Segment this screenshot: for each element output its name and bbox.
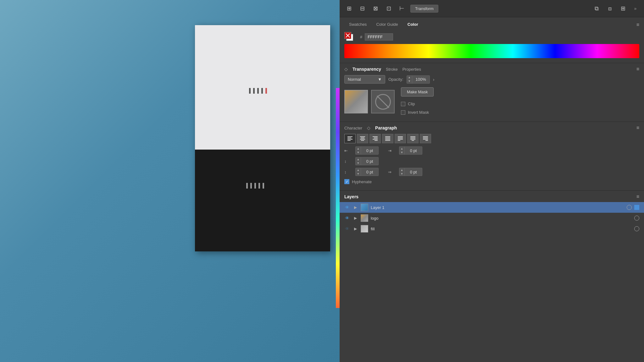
svg-rect-9: [361, 140, 364, 141]
layer-item-layer1[interactable]: 👁 ▶ Layer 1: [340, 202, 644, 213]
paragraph-diamond-icon[interactable]: ◇: [367, 125, 370, 130]
right-panel: ⊞ ⊟ ⊠ ⊡ ⊢ Transform ⧉ ⧈ ⊞ » Swatches Col…: [340, 0, 644, 362]
opacity-spinner-arrows: ▲ ▼: [407, 76, 412, 83]
space-before-icon: ↕: [344, 159, 352, 164]
space-before-down[interactable]: ▼: [356, 161, 361, 165]
space-before-up[interactable]: ▲: [356, 157, 361, 161]
fill-circle-btn[interactable]: [634, 226, 639, 231]
properties-label[interactable]: Properties: [402, 67, 421, 72]
hex-hash: #: [360, 35, 362, 39]
svg-rect-21: [398, 140, 400, 141]
paragraph-label[interactable]: Paragraph: [375, 125, 397, 130]
layer-item-fill[interactable]: 👁 ▶ fill: [340, 223, 644, 234]
layer-item-logo[interactable]: 👁 ▶ logo: [340, 213, 644, 223]
align-top-icon[interactable]: ⊞: [344, 4, 354, 13]
character-label[interactable]: Character: [344, 126, 362, 130]
transparency-diamond-icon[interactable]: ◇: [344, 67, 348, 72]
text-panel-menu[interactable]: ≡: [636, 125, 639, 131]
hex-input[interactable]: FFFFFF: [365, 33, 393, 41]
mask-thumbnail[interactable]: [344, 90, 368, 113]
layer1-circle-btn[interactable]: [627, 205, 632, 210]
logo-visibility-icon[interactable]: 👁: [344, 215, 350, 221]
align-bottom-icon[interactable]: ⊠: [371, 4, 380, 13]
color-gradient-bar[interactable]: [344, 44, 639, 58]
color-panel-menu[interactable]: ≡: [636, 22, 639, 28]
opacity-down-arrow[interactable]: ▼: [407, 80, 412, 83]
fill-visibility-icon[interactable]: 👁: [344, 226, 350, 232]
no-entry-icon: [345, 33, 350, 38]
space-after-up[interactable]: ▲: [356, 168, 361, 172]
justify-center-btn[interactable]: [407, 134, 419, 143]
opacity-label: Opacity:: [388, 77, 403, 82]
photo-area: [0, 0, 340, 362]
transparency-title-row: ◇ Transparency Stroke Properties: [344, 67, 421, 72]
layers-panel-menu[interactable]: ≡: [636, 194, 639, 200]
transparency-header: ◇ Transparency Stroke Properties ≡: [344, 66, 639, 72]
mask-empty-slot[interactable]: [371, 90, 395, 113]
align-icon2[interactable]: ⧉: [592, 4, 601, 13]
justify-all-btn[interactable]: [382, 134, 393, 143]
panel-content[interactable]: Swatches Color Guide Color ≡: [340, 17, 644, 362]
transform-button[interactable]: Transform: [410, 5, 438, 13]
indent-left-down[interactable]: ▼: [356, 151, 361, 154]
align-right-icon[interactable]: ⊢: [397, 4, 407, 13]
align-icon3[interactable]: ⧈: [605, 4, 614, 13]
layer1-color-btn[interactable]: [634, 205, 639, 210]
opacity-expand-arrow[interactable]: ›: [433, 77, 435, 82]
justify-right-btn[interactable]: [420, 134, 431, 143]
invert-mask-checkbox[interactable]: [401, 110, 405, 115]
align-icon4[interactable]: ⊞: [618, 4, 628, 13]
layer1-visibility-icon[interactable]: 👁: [344, 205, 350, 210]
layer1-thumbnail: [361, 204, 368, 211]
space-indent2-down[interactable]: ▼: [399, 172, 404, 176]
invert-mask-label: Invert Mask: [408, 110, 429, 115]
indent-left-up[interactable]: ▲: [356, 147, 361, 151]
blend-mode-dropdown[interactable]: Normal ▼: [344, 75, 385, 84]
tab-color-guide[interactable]: Color Guide: [371, 20, 402, 29]
space-indent2-icon: ⇒: [388, 170, 396, 174]
color-swatch-group[interactable]: [344, 32, 358, 41]
distribute-icon[interactable]: ⊡: [384, 4, 393, 13]
dot-lower2: [250, 183, 252, 189]
transparency-title: Transparency: [353, 67, 381, 72]
dot-lower4: [258, 183, 260, 189]
align-center-icon[interactable]: ⊟: [358, 4, 367, 13]
make-mask-button[interactable]: Make Mask: [401, 87, 434, 96]
space-before-value: 0 pt: [361, 158, 378, 165]
tab-color[interactable]: Color: [403, 20, 423, 29]
logo-circle-btn[interactable]: [634, 216, 639, 221]
gradient-stripe: [336, 88, 340, 308]
clip-checkbox[interactable]: [401, 102, 405, 106]
space-after-arrows: ▲ ▼: [356, 168, 361, 176]
layer1-expand-arrow[interactable]: ▶: [353, 205, 358, 210]
color-inputs-row: # FFFFFF: [344, 32, 639, 41]
fill-expand-arrow[interactable]: ▶: [353, 226, 358, 232]
text-section: Character ◇ Paragraph ≡: [340, 122, 644, 191]
logo-layer-name: logo: [371, 216, 632, 221]
justify-left-icon: [398, 136, 403, 141]
justify-left-btn[interactable]: [395, 134, 406, 143]
opacity-value[interactable]: 100%: [412, 76, 430, 83]
svg-rect-17: [385, 140, 390, 141]
tab-swatches[interactable]: Swatches: [344, 20, 371, 29]
align-right-text-btn[interactable]: [369, 134, 381, 143]
stroke-label[interactable]: Stroke: [386, 67, 398, 72]
opacity-up-arrow[interactable]: ▲: [407, 76, 412, 80]
svg-rect-15: [385, 138, 390, 138]
logo-expand-arrow[interactable]: ▶: [353, 215, 358, 221]
hyphenate-checkbox[interactable]: ✓: [344, 179, 349, 184]
transparency-panel-menu[interactable]: ≡: [636, 66, 639, 72]
svg-rect-26: [423, 136, 428, 137]
spacing-row-1: ⇤ ▲ ▼ 0 pt ⇥ ▲ ▼ 0 pt: [344, 146, 639, 155]
space-after-spinner: ▲ ▼ 0 pt: [355, 168, 379, 176]
panel-expand-btn[interactable]: »: [631, 5, 639, 13]
space-indent2-up[interactable]: ▲: [399, 168, 404, 172]
space-before-spinner: ▲ ▼ 0 pt: [355, 157, 379, 165]
indent-right-up[interactable]: ▲: [399, 147, 404, 151]
align-center-text-btn[interactable]: [357, 134, 368, 143]
blend-mode-value: Normal: [348, 77, 361, 82]
indent-right-down[interactable]: ▼: [399, 151, 404, 154]
space-after-down[interactable]: ▼: [356, 172, 361, 176]
hyphenate-label: Hyphenate: [352, 179, 372, 184]
align-left-btn[interactable]: [344, 134, 356, 143]
